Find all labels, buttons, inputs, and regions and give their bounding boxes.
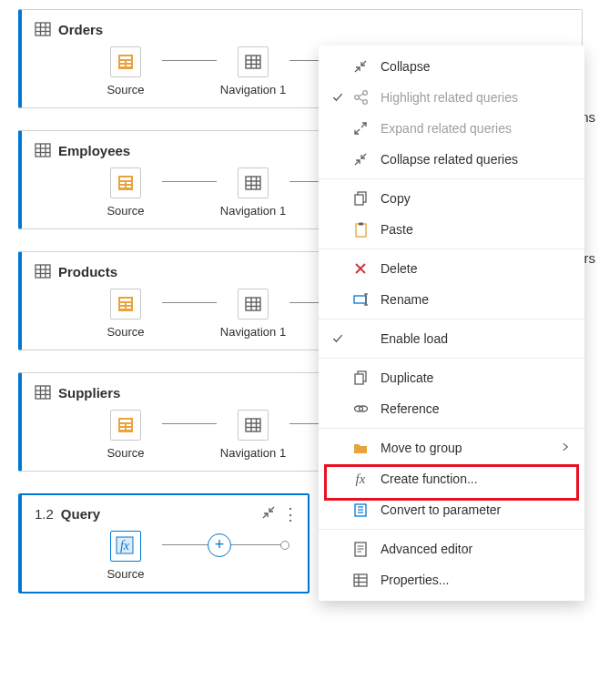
step-source[interactable]: Source xyxy=(89,46,162,96)
menu-enable-load[interactable]: Enable load xyxy=(319,323,584,354)
more-options-icon[interactable]: ⋮ xyxy=(282,506,299,522)
step-navigation[interactable]: Navigation 1 xyxy=(217,167,289,218)
table-icon xyxy=(244,53,262,71)
menu-separator xyxy=(319,358,584,359)
table-icon xyxy=(35,21,51,37)
table-icon xyxy=(35,142,51,158)
card-title: Suppliers xyxy=(58,385,120,401)
menu-separator xyxy=(319,178,584,179)
duplicate-icon xyxy=(351,370,370,386)
card-title: Query xyxy=(61,506,100,522)
menu-duplicate[interactable]: Duplicate xyxy=(319,362,584,393)
fx-icon xyxy=(351,471,370,487)
peek-text: rs xyxy=(584,250,596,266)
menu-paste[interactable]: Paste xyxy=(319,214,584,245)
menu-create-function[interactable]: Create function... xyxy=(319,463,584,494)
rename-icon xyxy=(351,291,370,308)
menu-separator xyxy=(319,319,584,320)
menu-move-to-group[interactable]: Move to group xyxy=(319,432,584,463)
reference-icon xyxy=(351,401,370,417)
step-source[interactable]: Source xyxy=(89,167,162,218)
table-icon xyxy=(35,263,51,279)
menu-separator xyxy=(319,428,584,429)
menu-advanced-editor[interactable]: Advanced editor xyxy=(319,533,584,564)
card-title: Orders xyxy=(58,22,103,37)
menu-properties[interactable]: Properties... xyxy=(319,564,584,595)
collapse-icon xyxy=(351,58,370,75)
card-prefix: 1.2 xyxy=(35,506,54,522)
add-step-button[interactable]: + xyxy=(208,533,231,557)
step-navigation[interactable]: Navigation 1 xyxy=(217,289,289,339)
datasource-icon xyxy=(117,53,135,71)
chevron-right-icon xyxy=(559,441,572,456)
menu-convert-to-parameter[interactable]: Convert to parameter xyxy=(319,494,584,525)
parameter-icon xyxy=(351,502,370,518)
step-source[interactable]: Source xyxy=(89,531,162,581)
step-source[interactable]: Source xyxy=(89,410,162,460)
card-title: Employees xyxy=(58,143,130,158)
context-menu: Collapse Highlight related queries Expan… xyxy=(319,46,584,601)
menu-expand-related[interactable]: Expand related queries xyxy=(319,113,584,144)
connector xyxy=(162,60,217,61)
step-navigation[interactable]: Navigation 1 xyxy=(217,46,289,96)
step-navigation[interactable]: Navigation 1 xyxy=(217,410,289,460)
expand-icon xyxy=(351,120,370,137)
folder-icon xyxy=(351,440,370,456)
copy-icon xyxy=(351,190,370,207)
menu-collapse-related[interactable]: Collapse related queries xyxy=(319,144,584,175)
delete-icon xyxy=(351,260,370,277)
menu-separator xyxy=(319,249,584,249)
share-icon xyxy=(351,89,370,106)
menu-reference[interactable]: Reference xyxy=(319,393,584,424)
menu-highlight-related[interactable]: Highlight related queries xyxy=(319,82,584,113)
fx-icon xyxy=(116,536,136,556)
check-icon xyxy=(331,91,344,104)
menu-separator xyxy=(319,529,584,530)
query-card-query[interactable]: 1.2 Query ⋮ Source + xyxy=(18,493,310,593)
menu-rename[interactable]: Rename xyxy=(319,284,584,315)
step-source[interactable]: Source xyxy=(89,289,162,339)
collapse-icon xyxy=(351,151,370,167)
end-node xyxy=(280,541,289,550)
editor-icon xyxy=(351,541,370,557)
properties-icon xyxy=(351,572,370,588)
menu-collapse[interactable]: Collapse xyxy=(319,51,584,82)
paste-icon xyxy=(351,221,370,238)
menu-copy[interactable]: Copy xyxy=(319,183,584,214)
collapse-card-icon[interactable] xyxy=(260,504,277,523)
check-icon xyxy=(331,332,344,345)
table-icon xyxy=(35,384,51,401)
card-title: Products xyxy=(58,264,117,279)
menu-delete[interactable]: Delete xyxy=(319,253,584,284)
